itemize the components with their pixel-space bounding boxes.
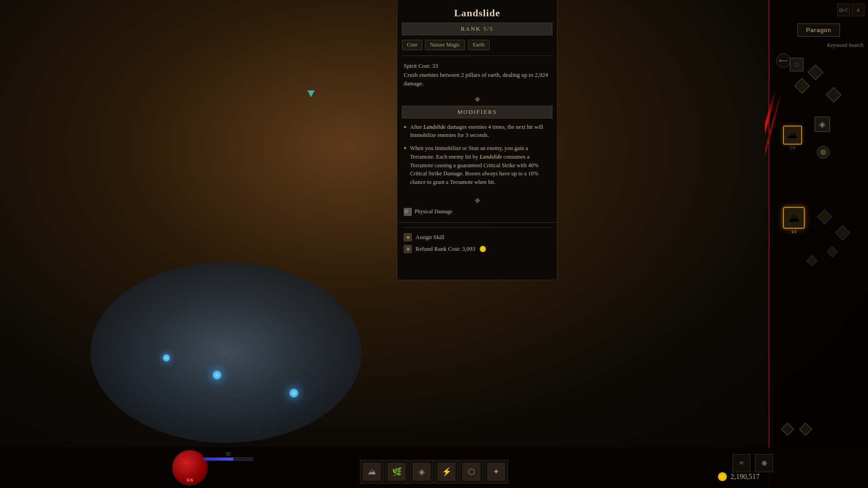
nearby-diamond-shape-2 — [835, 225, 850, 240]
glowing-orb-3 — [163, 354, 170, 361]
hotbar-slot-6[interactable]: ✦ — [485, 460, 508, 483]
assign-icon: ▣ — [404, 233, 412, 241]
gold-amount: 2,190,517 — [731, 473, 760, 481]
skill-panel: Landslide RANK 5/5 Core Nature Magic Ear… — [397, 0, 557, 280]
nav-arrow-up[interactable]: ⟵ — [776, 53, 791, 68]
hotbar-slot-4[interactable]: ⚡ — [435, 460, 458, 483]
deco-diamond-1 — [826, 246, 838, 257]
circle-inner — [820, 149, 826, 155]
deco-node-2[interactable] — [808, 257, 816, 267]
modifier-2-highlight: Landslide — [480, 154, 502, 160]
diamond-node-1[interactable] — [810, 67, 821, 80]
physical-damage-icon: ⚔ — [404, 208, 412, 216]
hud-btn-ability[interactable]: A — [852, 4, 864, 16]
keyword-search[interactable]: Keyword Search — [769, 42, 868, 53]
resource-bar — [203, 457, 253, 461]
physical-damage-row: ⚔ Physical Damage — [397, 206, 557, 222]
assign-skill-label: Assign Skill — [415, 234, 444, 241]
glowing-orb-1 — [212, 371, 222, 380]
quest-button[interactable]: ❋ — [755, 454, 773, 472]
skill-tree-panel: ⊡+C A Paragon Keyword Search ⟵ ⬡ ⛰ 1/5 — [769, 0, 868, 488]
circle-node[interactable] — [817, 146, 830, 159]
resource-fill — [204, 458, 233, 460]
modifier-1: After Landslide damages enemies 4 times,… — [404, 123, 551, 140]
health-label: 6/6 — [173, 477, 207, 483]
diamond-shape-1 — [808, 65, 823, 80]
node-icon-2: ◈ — [815, 117, 830, 132]
nearby-diamond-shape-1 — [817, 209, 832, 225]
spirit-cost-label: Spirit Cost: — [404, 62, 431, 69]
slot-icon-5: ⬡ — [462, 463, 481, 481]
skill-title: Landslide — [397, 0, 557, 23]
spirit-cost-value: 33 — [432, 62, 438, 69]
player-character — [307, 90, 316, 104]
landslide-node-icon: ⛰ — [783, 207, 805, 229]
active-skill-node[interactable]: ⛰ 1/5 — [783, 126, 802, 150]
refund-rank-row[interactable]: ▣ Refund Rank Cost: 3,093 — [404, 243, 551, 255]
separator-2: ◆ — [397, 196, 557, 204]
resource-area: 55 — [203, 451, 253, 461]
skill-description: Spirit Cost: 33 Crush enemies between 2 … — [397, 61, 557, 94]
hotbar: ⛰ 🌿 ◈ ⚡ ⬡ ✦ — [360, 460, 508, 483]
bottom-nodes — [783, 425, 810, 434]
nearby-diamond-2[interactable] — [837, 227, 848, 240]
slot-icon-1: ⛰ — [363, 463, 381, 481]
modifiers-header: MODIFIERS — [402, 106, 552, 118]
stone-circle — [90, 262, 362, 443]
bottom-diamond-1[interactable] — [781, 423, 794, 436]
slot-icon-2: 🌿 — [388, 463, 406, 481]
nav-arrows: ⟵ — [776, 53, 791, 68]
bottom-diamond-2[interactable] — [799, 423, 812, 436]
glowing-orb-2 — [289, 389, 298, 398]
landslide-node[interactable]: ⛰ 1/5 — [783, 207, 805, 234]
physical-damage-label: Physical Damage — [415, 208, 453, 215]
action-divider — [404, 227, 551, 228]
skill-node-2[interactable]: ◈ — [815, 117, 830, 132]
deco-diamond-2 — [806, 255, 817, 266]
node-icon-1: ⬡ — [790, 58, 803, 71]
tag-core[interactable]: Core — [402, 40, 422, 50]
refund-icon: ▣ — [404, 245, 412, 253]
skill-description-text: Crush enemies between 2 pillars of earth… — [404, 71, 548, 87]
modifier-1-highlight: Landslide — [424, 124, 446, 130]
circle-node-icon — [817, 146, 830, 159]
gold-coin-icon — [718, 472, 727, 481]
diamond-node-3[interactable] — [828, 89, 839, 102]
assign-skill-row[interactable]: ▣ Assign Skill — [404, 231, 551, 243]
separator: ◆ — [397, 94, 557, 103]
skill-rank: RANK 5/5 — [461, 25, 494, 32]
modifier-2: When you Immobilize or Stun an enemy, yo… — [404, 144, 551, 187]
skill-tags: Core Nature Magic Earth — [397, 40, 557, 56]
hotbar-slot-5[interactable]: ⬡ — [460, 460, 483, 483]
tag-earth[interactable]: Earth — [468, 40, 490, 50]
slot-icon-3: ◈ — [413, 463, 431, 481]
skill-divider — [402, 56, 552, 56]
active-skill-rank: 1/5 — [790, 145, 795, 150]
paragon-button[interactable]: Paragon — [797, 23, 840, 37]
hotbar-slot-1[interactable]: ⛰ — [360, 460, 384, 483]
resource-value: 55 — [203, 451, 253, 456]
active-skill-icon: ⛰ — [783, 126, 802, 145]
hotbar-slot-2[interactable]: 🌿 — [385, 460, 409, 483]
deco-node-1[interactable] — [828, 248, 836, 258]
skill-rank-bar: RANK 5/5 — [402, 23, 552, 35]
diamond-shape-3 — [826, 87, 841, 103]
health-orb: 6/6 — [172, 450, 208, 486]
skill-tree-nodes: ⟵ ⬡ ⛰ 1/5 ◈ ⛰ 1/5 — [769, 53, 868, 324]
tag-nature-magic[interactable]: Nature Magic — [425, 40, 465, 50]
gold-icon-refund — [480, 246, 486, 252]
slot-icon-4: ⚡ — [438, 463, 456, 481]
skill-node-1[interactable]: ⬡ — [790, 58, 803, 71]
slot-icon-6: ✦ — [487, 463, 505, 481]
nearby-diamond-1[interactable] — [819, 211, 830, 224]
map-button[interactable]: ≡ — [732, 454, 750, 472]
skill-actions: ▣ Assign Skill ▣ Refund Rank Cost: 3,093 — [397, 222, 557, 259]
top-hud-buttons: ⊡+C A — [769, 0, 868, 18]
refund-rank-label: Refund Rank Cost: 3,093 — [415, 245, 475, 253]
hotbar-slot-3[interactable]: ◈ — [410, 460, 434, 483]
hud-btn-compose[interactable]: ⊡+C — [837, 4, 850, 16]
diamond-shape-2 — [794, 78, 810, 94]
landslide-node-rank: 1/5 — [791, 230, 797, 234]
player-arrow — [307, 90, 315, 97]
diamond-node-2[interactable] — [797, 80, 807, 93]
